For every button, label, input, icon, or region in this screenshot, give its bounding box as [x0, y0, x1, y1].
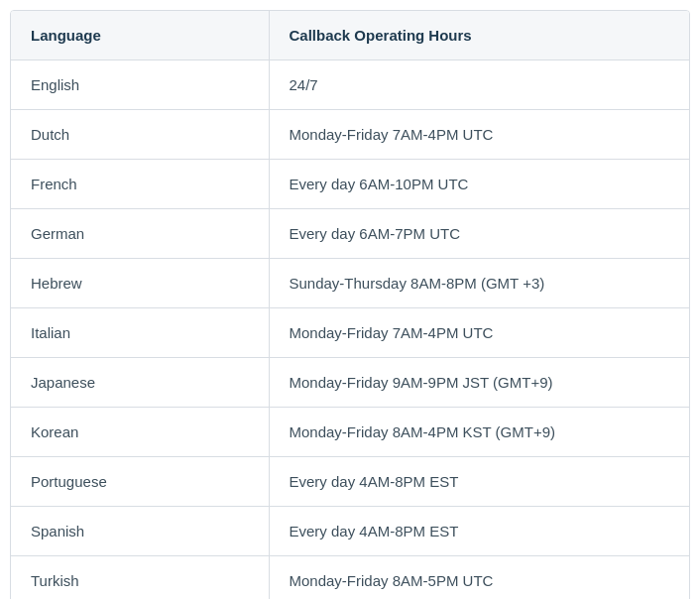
- table-row: PortugueseEvery day 4AM-8PM EST: [11, 457, 689, 507]
- table-row: HebrewSunday-Thursday 8AM-8PM (GMT +3): [11, 259, 689, 308]
- table-row: TurkishMonday-Friday 8AM-5PM UTC: [11, 556, 689, 600]
- hours-cell: Every day 6AM-7PM UTC: [269, 209, 689, 259]
- table-row: English24/7: [11, 60, 689, 110]
- language-cell: Korean: [11, 408, 269, 457]
- hours-cell: Monday-Friday 8AM-4PM KST (GMT+9): [269, 408, 689, 457]
- table-row: ItalianMonday-Friday 7AM-4PM UTC: [11, 308, 689, 358]
- language-cell: French: [11, 160, 269, 209]
- table-row: FrenchEvery day 6AM-10PM UTC: [11, 160, 689, 209]
- language-cell: Portuguese: [11, 457, 269, 507]
- hours-cell: Monday-Friday 7AM-4PM UTC: [269, 308, 689, 358]
- hours-cell: Monday-Friday 8AM-5PM UTC: [269, 556, 689, 600]
- table-row: SpanishEvery day 4AM-8PM EST: [11, 507, 689, 556]
- language-cell: Hebrew: [11, 259, 269, 308]
- hours-cell: Monday-Friday 7AM-4PM UTC: [269, 110, 689, 160]
- language-cell: Dutch: [11, 110, 269, 160]
- table-row: DutchMonday-Friday 7AM-4PM UTC: [11, 110, 689, 160]
- language-cell: Italian: [11, 308, 269, 358]
- table-row: JapaneseMonday-Friday 9AM-9PM JST (GMT+9…: [11, 358, 689, 408]
- callback-hours-table: Language Callback Operating Hours Englis…: [10, 10, 690, 599]
- language-cell: German: [11, 209, 269, 259]
- language-cell: Spanish: [11, 507, 269, 556]
- hours-cell: Monday-Friday 9AM-9PM JST (GMT+9): [269, 358, 689, 408]
- table-row: GermanEvery day 6AM-7PM UTC: [11, 209, 689, 259]
- table-row: KoreanMonday-Friday 8AM-4PM KST (GMT+9): [11, 408, 689, 457]
- language-cell: Turkish: [11, 556, 269, 600]
- hours-cell: Every day 6AM-10PM UTC: [269, 160, 689, 209]
- language-cell: English: [11, 60, 269, 110]
- hours-cell: Every day 4AM-8PM EST: [269, 507, 689, 556]
- hours-cell: Every day 4AM-8PM EST: [269, 457, 689, 507]
- hours-cell: Sunday-Thursday 8AM-8PM (GMT +3): [269, 259, 689, 308]
- language-cell: Japanese: [11, 358, 269, 408]
- language-column-header: Language: [11, 11, 269, 60]
- table-header-row: Language Callback Operating Hours: [11, 11, 689, 60]
- hours-cell: 24/7: [269, 60, 689, 110]
- hours-column-header: Callback Operating Hours: [269, 11, 689, 60]
